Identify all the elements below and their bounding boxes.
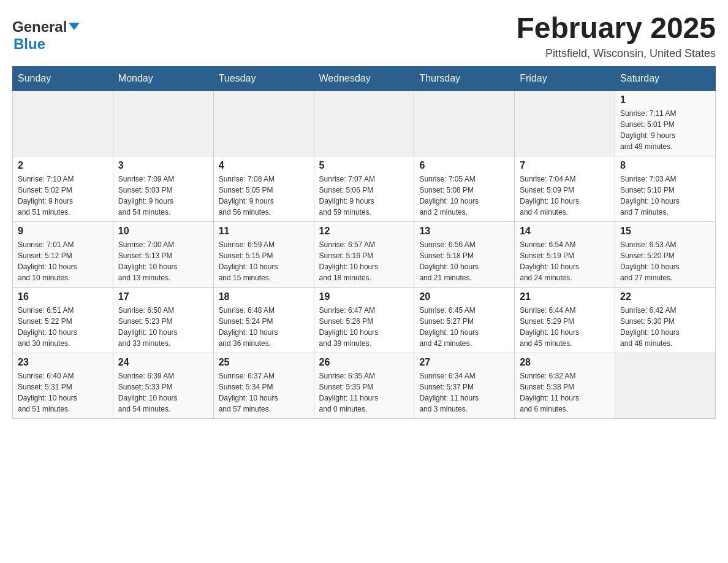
day-info: Sunrise: 6:35 AMSunset: 5:35 PMDaylight:… [319,370,409,415]
header-wednesday: Wednesday [314,66,414,90]
day-number: 18 [219,291,309,302]
day-number: 1 [620,94,710,105]
header-sunday: Sunday [13,66,113,90]
day-info: Sunrise: 6:57 AMSunset: 5:16 PMDaylight:… [319,239,409,283]
day-info: Sunrise: 6:42 AMSunset: 5:30 PMDaylight:… [620,305,710,349]
day-info: Sunrise: 6:45 AMSunset: 5:27 PMDaylight:… [419,305,509,349]
header-saturday: Saturday [615,66,716,90]
day-info: Sunrise: 6:37 AMSunset: 5:34 PMDaylight:… [219,370,309,415]
calendar-cell: 4Sunrise: 7:08 AMSunset: 5:05 PMDaylight… [213,156,314,221]
calendar-cell: 27Sunrise: 6:34 AMSunset: 5:37 PMDayligh… [414,353,515,418]
location-subtitle: Pittsfield, Wisconsin, United States [516,47,716,60]
day-number: 2 [18,160,108,171]
day-number: 9 [18,226,108,237]
day-number: 25 [219,357,309,368]
day-number: 7 [520,160,610,171]
calendar-cell: 24Sunrise: 6:39 AMSunset: 5:33 PMDayligh… [113,353,213,418]
day-number: 4 [219,160,309,171]
calendar-cell: 23Sunrise: 6:40 AMSunset: 5:31 PMDayligh… [13,353,113,418]
calendar-cell: 18Sunrise: 6:48 AMSunset: 5:24 PMDayligh… [213,287,314,353]
calendar-cell: 20Sunrise: 6:45 AMSunset: 5:27 PMDayligh… [414,287,515,353]
logo: General Blue [12,12,80,53]
calendar-cell: 13Sunrise: 6:56 AMSunset: 5:18 PMDayligh… [414,221,515,287]
calendar-cell: 11Sunrise: 6:59 AMSunset: 5:15 PMDayligh… [213,221,314,287]
day-number: 12 [319,226,409,237]
day-number: 21 [520,291,610,302]
day-info: Sunrise: 6:50 AMSunset: 5:23 PMDaylight:… [118,305,208,349]
day-info: Sunrise: 6:32 AMSunset: 5:38 PMDaylight:… [520,370,610,415]
day-info: Sunrise: 6:44 AMSunset: 5:29 PMDaylight:… [520,305,610,349]
calendar-cell: 3Sunrise: 7:09 AMSunset: 5:03 PMDaylight… [113,156,213,221]
day-number: 28 [520,357,610,368]
day-number: 11 [219,226,309,237]
day-info: Sunrise: 7:05 AMSunset: 5:08 PMDaylight:… [419,174,509,218]
calendar-table: Sunday Monday Tuesday Wednesday Thursday… [12,66,716,419]
calendar-week-row: 16Sunrise: 6:51 AMSunset: 5:22 PMDayligh… [13,287,716,353]
logo-blue-text: Blue [13,36,45,53]
calendar-cell: 22Sunrise: 6:42 AMSunset: 5:30 PMDayligh… [615,287,716,353]
day-info: Sunrise: 7:00 AMSunset: 5:13 PMDaylight:… [118,239,208,283]
calendar-week-row: 1Sunrise: 7:11 AMSunset: 5:01 PMDaylight… [13,90,716,156]
calendar-cell: 25Sunrise: 6:37 AMSunset: 5:34 PMDayligh… [213,353,314,418]
header-monday: Monday [113,66,213,90]
calendar-cell: 5Sunrise: 7:07 AMSunset: 5:06 PMDaylight… [314,156,414,221]
calendar-week-row: 23Sunrise: 6:40 AMSunset: 5:31 PMDayligh… [13,353,716,418]
day-number: 19 [319,291,409,302]
calendar-cell: 9Sunrise: 7:01 AMSunset: 5:12 PMDaylight… [13,221,113,287]
calendar-cell: 28Sunrise: 6:32 AMSunset: 5:38 PMDayligh… [515,353,615,418]
logo-triangle-icon [69,23,80,30]
calendar-cell: 14Sunrise: 6:54 AMSunset: 5:19 PMDayligh… [515,221,615,287]
title-section: February 2025 Pittsfield, Wisconsin, Uni… [516,12,716,60]
calendar-cell: 12Sunrise: 6:57 AMSunset: 5:16 PMDayligh… [314,221,414,287]
calendar-cell [213,90,314,156]
calendar-cell: 26Sunrise: 6:35 AMSunset: 5:35 PMDayligh… [314,353,414,418]
day-info: Sunrise: 7:08 AMSunset: 5:05 PMDaylight:… [219,174,309,218]
calendar-cell: 16Sunrise: 6:51 AMSunset: 5:22 PMDayligh… [13,287,113,353]
calendar-week-row: 9Sunrise: 7:01 AMSunset: 5:12 PMDaylight… [13,221,716,287]
weekday-header-row: Sunday Monday Tuesday Wednesday Thursday… [13,66,716,90]
calendar-cell: 2Sunrise: 7:10 AMSunset: 5:02 PMDaylight… [13,156,113,221]
day-info: Sunrise: 6:39 AMSunset: 5:33 PMDaylight:… [118,370,208,415]
calendar-week-row: 2Sunrise: 7:10 AMSunset: 5:02 PMDaylight… [13,156,716,221]
day-info: Sunrise: 7:11 AMSunset: 5:01 PMDaylight:… [620,108,710,152]
calendar-cell: 21Sunrise: 6:44 AMSunset: 5:29 PMDayligh… [515,287,615,353]
calendar-cell [515,90,615,156]
logo-general-text: General [12,18,67,36]
day-number: 6 [419,160,509,171]
page-header: General Blue February 2025 Pittsfield, W… [12,12,716,60]
day-number: 14 [520,226,610,237]
day-number: 13 [419,226,509,237]
day-info: Sunrise: 6:56 AMSunset: 5:18 PMDaylight:… [419,239,509,283]
day-info: Sunrise: 6:48 AMSunset: 5:24 PMDaylight:… [219,305,309,349]
day-number: 16 [18,291,108,302]
day-info: Sunrise: 6:54 AMSunset: 5:19 PMDaylight:… [520,239,610,283]
day-info: Sunrise: 7:01 AMSunset: 5:12 PMDaylight:… [18,239,108,283]
day-number: 24 [118,357,208,368]
calendar-cell: 6Sunrise: 7:05 AMSunset: 5:08 PMDaylight… [414,156,515,221]
day-number: 27 [419,357,509,368]
calendar-cell [113,90,213,156]
day-number: 3 [118,160,208,171]
day-info: Sunrise: 7:10 AMSunset: 5:02 PMDaylight:… [18,174,108,218]
calendar-cell [314,90,414,156]
calendar-cell: 15Sunrise: 6:53 AMSunset: 5:20 PMDayligh… [615,221,716,287]
day-info: Sunrise: 6:53 AMSunset: 5:20 PMDaylight:… [620,239,710,283]
day-number: 23 [18,357,108,368]
day-info: Sunrise: 6:47 AMSunset: 5:26 PMDaylight:… [319,305,409,349]
day-number: 8 [620,160,710,171]
day-info: Sunrise: 7:09 AMSunset: 5:03 PMDaylight:… [118,174,208,218]
day-info: Sunrise: 7:07 AMSunset: 5:06 PMDaylight:… [319,174,409,218]
header-tuesday: Tuesday [213,66,314,90]
day-info: Sunrise: 6:51 AMSunset: 5:22 PMDaylight:… [18,305,108,349]
calendar-cell [615,353,716,418]
month-title: February 2025 [516,12,716,45]
calendar-cell [414,90,515,156]
calendar-cell: 19Sunrise: 6:47 AMSunset: 5:26 PMDayligh… [314,287,414,353]
day-number: 26 [319,357,409,368]
day-info: Sunrise: 6:59 AMSunset: 5:15 PMDaylight:… [219,239,309,283]
day-info: Sunrise: 6:34 AMSunset: 5:37 PMDaylight:… [419,370,509,415]
calendar-cell: 8Sunrise: 7:03 AMSunset: 5:10 PMDaylight… [615,156,716,221]
day-number: 20 [419,291,509,302]
header-thursday: Thursday [414,66,515,90]
day-number: 17 [118,291,208,302]
